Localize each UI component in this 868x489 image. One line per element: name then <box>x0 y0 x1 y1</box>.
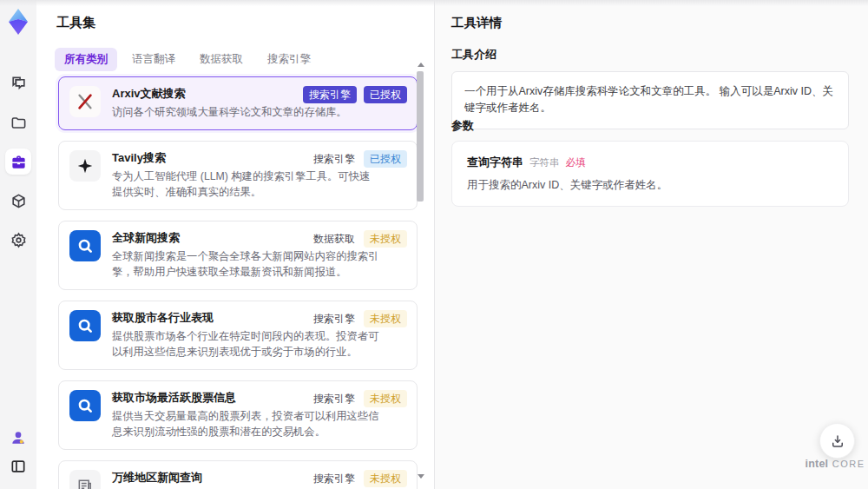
download-icon <box>830 433 845 449</box>
sidebar-bottom <box>0 429 36 475</box>
tool-description: 访问各个研究领域大量科学论文和文章的存储库。 <box>112 104 379 120</box>
sidebar-item-settings[interactable] <box>9 230 28 249</box>
magnifier-q-icon <box>69 310 101 341</box>
category-badge: 搜索引擎 <box>312 390 357 407</box>
category-badge: 搜索引擎 <box>312 150 357 168</box>
category-badge: 数据获取 <box>312 230 357 248</box>
tool-description: 全球新闻搜索是一个聚合全球各大新闻网站内容的搜索引擎，帮助用户快速获取全球最新资… <box>112 248 379 281</box>
core-wordmark: CORE <box>832 459 865 469</box>
tool-card[interactable]: 获取股市各行业表现 提供股票市场各个行业在特定时间段内的表现。投资者可以利用这些… <box>58 301 418 370</box>
category-badge: 搜索引擎 <box>303 86 357 103</box>
toolbox-icon <box>10 154 27 170</box>
list-scrollbar[interactable] <box>417 61 424 480</box>
user-avatar[interactable] <box>10 429 27 446</box>
chat-icon <box>10 76 27 92</box>
detail-title: 工具详情 <box>451 15 502 31</box>
collapse-panel-toggle[interactable] <box>10 458 27 475</box>
app-root: 工具集 所有类别语言翻译数据获取搜索引擎 Arxiv文献搜索 访问各个研究领域大… <box>0 0 868 489</box>
user-icon <box>10 429 27 446</box>
parameter-type: 字符串 <box>529 156 560 169</box>
auth-status-badge: 已授权 <box>364 86 407 103</box>
auth-status-badge: 未授权 <box>364 390 407 407</box>
tool-card[interactable]: Tavily搜索 专为人工智能代理 (LLM) 构建的搜索引擎工具。可快速提供实… <box>58 141 418 210</box>
parameter-description: 用于搜索的Arxiv ID、关键字或作者姓名。 <box>467 178 833 193</box>
tool-description: 提供股票市场各个行业在特定时间段内的表现。投资者可以利用这些信息来识别表现优于或… <box>112 328 379 360</box>
parameter-card: 查询字符串 字符串 必填 用于搜索的Arxiv ID、关键字或作者姓名。 <box>451 141 849 207</box>
intro-text-box: 一个用于从Arxiv存储库搜索科学论文和文章的工具。 输入可以是Arxiv ID… <box>451 71 849 129</box>
sidebar-item-tools[interactable] <box>5 149 31 175</box>
category-badge: 搜索引擎 <box>312 310 357 327</box>
sidebar-item-files[interactable] <box>9 113 28 132</box>
category-tab-3[interactable]: 搜索引擎 <box>258 48 320 71</box>
gear-icon <box>10 232 27 248</box>
intro-heading: 工具介绍 <box>451 47 496 63</box>
folder-icon <box>10 115 27 131</box>
tool-detail-panel: 工具详情 工具介绍 一个用于从Arxiv存储库搜索科学论文和文章的工具。 输入可… <box>435 0 868 489</box>
tool-description: 专为人工智能代理 (LLM) 构建的搜索引擎工具。可快速提供实时、准确和真实的结… <box>112 169 379 201</box>
magnifier-q-icon <box>69 230 101 261</box>
newspaper-icon <box>69 470 101 489</box>
parameter-name: 查询字符串 <box>467 155 523 170</box>
sidebar-nav <box>0 74 36 249</box>
download-button[interactable] <box>819 423 855 459</box>
category-tab-2[interactable]: 数据获取 <box>190 48 253 71</box>
auth-status-badge: 未授权 <box>364 310 407 327</box>
category-tab-1[interactable]: 语言翻译 <box>122 48 185 71</box>
sidebar-item-chat[interactable] <box>9 74 28 93</box>
parameter-required-badge: 必填 <box>566 156 586 169</box>
auth-status-badge: 未授权 <box>364 230 407 248</box>
tool-card[interactable]: 全球新闻搜索 全球新闻搜索是一个聚合全球各大新闻网站内容的搜索引擎，帮助用户快速… <box>58 221 418 290</box>
magnifier-q-icon <box>69 390 101 421</box>
auth-status-badge: 未授权 <box>364 470 407 487</box>
category-tab-0[interactable]: 所有类别 <box>55 48 117 71</box>
tool-card[interactable]: 万维地区新闻查询 查询具体行政区划内的新闻，快速了解各地新闻动 搜索引擎 未授权 <box>58 460 418 489</box>
scroll-down-arrow-icon[interactable] <box>418 474 424 479</box>
intel-core-logo: intel CORE <box>802 455 868 471</box>
tool-list: Arxiv文献搜索 访问各个研究领域大量科学论文和文章的存储库。 搜索引擎 已授… <box>58 76 418 489</box>
auth-status-badge: 已授权 <box>364 150 407 168</box>
scroll-up-arrow-icon[interactable] <box>418 63 424 67</box>
category-badge: 搜索引擎 <box>312 470 357 487</box>
arxiv-logo-icon <box>69 86 101 117</box>
tool-list-panel: 工具集 所有类别语言翻译数据获取搜索引擎 Arxiv文献搜索 访问各个研究领域大… <box>36 0 434 489</box>
category-tabs: 所有类别语言翻译数据获取搜索引擎 <box>55 48 320 71</box>
cube-icon <box>10 193 27 209</box>
page-title: 工具集 <box>56 15 95 31</box>
scrollbar-thumb[interactable] <box>417 71 424 202</box>
sidebar-item-packages[interactable] <box>9 191 28 210</box>
tool-card[interactable]: 获取市场最活跃股票信息 提供当天交易量最高的股票列表，投资者可以利用这些信息来识… <box>58 380 418 450</box>
app-logo-icon[interactable] <box>6 8 30 36</box>
parameter-header: 查询字符串 字符串 必填 <box>467 155 833 170</box>
tool-description: 提供当天交易量最高的股票列表，投资者可以利用这些信息来识别流动性强的股票和潜在的… <box>112 408 379 440</box>
panel-toggle-icon <box>10 458 27 475</box>
intel-wordmark: intel <box>806 458 829 470</box>
tavily-star-icon <box>69 150 101 182</box>
tool-card[interactable]: Arxiv文献搜索 访问各个研究领域大量科学论文和文章的存储库。 搜索引擎 已授… <box>58 76 418 130</box>
sidebar <box>0 0 36 489</box>
params-heading: 参数 <box>451 118 474 134</box>
